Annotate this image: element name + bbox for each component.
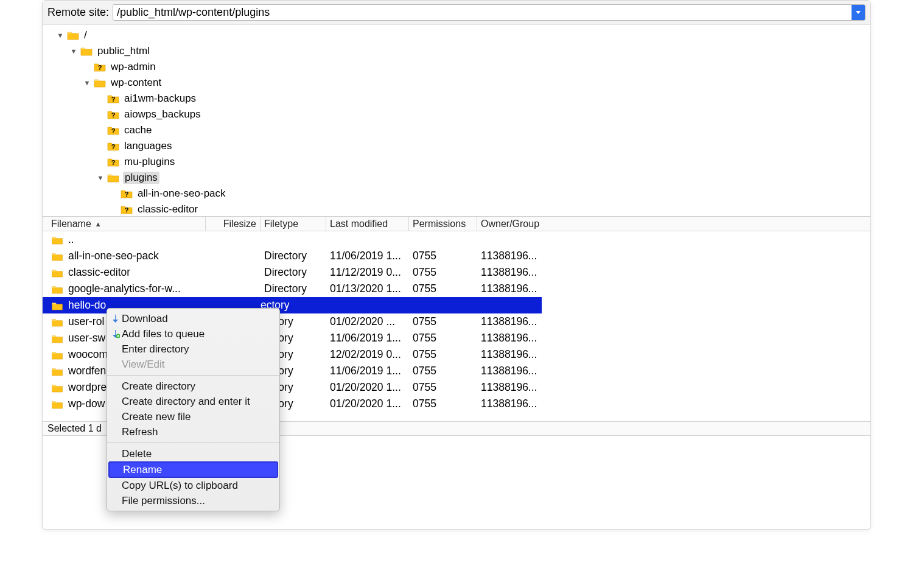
tree-item-label: wp-content	[110, 77, 163, 89]
tree-item-wp-admin[interactable]: wp-admin	[43, 59, 870, 75]
context-menu-create-directory-and-enter-it[interactable]: Create directory and enter it	[107, 394, 279, 409]
file-owner: 11388196...	[477, 250, 550, 262]
file-type: Directory	[261, 282, 326, 295]
remote-site-input[interactable]	[113, 5, 852, 20]
tree-item-all-in-one-seo-pack[interactable]: all-in-one-seo-pack	[43, 186, 870, 201]
file-row[interactable]: classic-editorDirectory11/12/2019 0...07…	[43, 264, 870, 281]
file-permissions: 0755	[409, 266, 477, 279]
tree-item-cache[interactable]: cache	[43, 122, 870, 138]
file-permissions: 0755	[409, 348, 477, 361]
file-type: Directory	[261, 266, 326, 279]
tree-item-label: plugins	[123, 172, 159, 184]
tree-item-classic-editor[interactable]: classic-editor	[43, 201, 870, 217]
file-name: wordpre	[67, 381, 108, 394]
file-name: all-in-one-seo-pack	[67, 250, 160, 262]
disclosure-triangle-icon[interactable]: ▼	[56, 32, 65, 39]
tree-item-label: all-in-one-seo-pack	[136, 187, 227, 200]
context-menu-rename[interactable]: Rename	[108, 461, 278, 478]
file-modified: 01/02/2020 ...	[326, 315, 409, 328]
tree-item-aiowps-backups[interactable]: aiowps_backups	[43, 107, 870, 122]
context-menu-delete[interactable]: Delete	[107, 446, 279, 461]
tree-item-wp-content[interactable]: ▼wp-content	[43, 75, 870, 91]
file-name: google-analytics-for-w...	[67, 282, 182, 295]
context-menu-create-new-file[interactable]: Create new file	[107, 409, 279, 424]
folder-icon	[51, 383, 63, 392]
tree-item-label: public_html	[96, 45, 151, 57]
directory-tree[interactable]: ▼/▼public_htmlwp-admin▼wp-contentai1wm-b…	[43, 25, 870, 217]
file-modified: 11/12/2019 0...	[326, 266, 409, 279]
context-menu-download[interactable]: Download	[107, 311, 279, 326]
context-menu-item-label: Rename	[123, 464, 162, 476]
disclosure-triangle-icon[interactable]: ▼	[69, 47, 78, 55]
folder-unknown-icon	[107, 125, 119, 135]
tree-item-label: classic-editor	[136, 203, 199, 215]
context-menu-refresh[interactable]: Refresh	[107, 424, 279, 439]
col-filesize[interactable]: Filesize	[206, 217, 261, 231]
file-name: wp-dow	[67, 397, 106, 410]
folder-icon	[51, 284, 63, 293]
file-modified: 01/20/2020 1...	[326, 381, 409, 394]
tree-item-mu-plugins[interactable]: mu-plugins	[43, 154, 870, 170]
file-permissions: 0755	[409, 282, 477, 295]
folder-unknown-icon	[107, 157, 119, 167]
file-owner: 11388196...	[477, 381, 550, 394]
context-menu-separator	[107, 443, 279, 443]
folder-icon	[51, 251, 63, 261]
tree-item-plugins[interactable]: ▼plugins	[43, 170, 870, 186]
file-owner: 11388196...	[477, 365, 550, 377]
tree-item-label: languages	[123, 140, 173, 152]
context-menu-view-edit: View/Edit	[107, 357, 279, 372]
col-filename[interactable]: Filename▲	[47, 217, 206, 231]
context-menu-item-label: Add files to queue	[122, 328, 205, 340]
file-name: hello-do	[67, 299, 107, 312]
tree-item-languages[interactable]: languages	[43, 138, 870, 154]
file-name: ..	[67, 233, 75, 246]
tree-item-label: cache	[123, 124, 153, 136]
column-headers[interactable]: Filename▲ Filesize Filetype Last modifie…	[43, 217, 870, 231]
file-modified: 11/06/2019 1...	[326, 365, 409, 377]
col-owner-group[interactable]: Owner/Group	[477, 217, 550, 231]
col-last-modified[interactable]: Last modified	[326, 217, 409, 231]
tree-item-label: aiowps_backups	[123, 108, 202, 121]
col-filetype[interactable]: Filetype	[261, 217, 326, 231]
remote-site-bar: Remote site:	[43, 1, 870, 25]
remote-site-input-wrap	[113, 4, 866, 21]
context-menu-add-files-to-queue[interactable]: Add files to queue	[107, 326, 279, 341]
context-menu-create-directory[interactable]: Create directory	[107, 379, 279, 394]
folder-icon	[107, 173, 119, 183]
remote-site-label: Remote site:	[47, 6, 109, 19]
tree-item-ai1wm-backups[interactable]: ai1wm-backups	[43, 91, 870, 107]
file-row[interactable]: ..	[43, 231, 870, 248]
folder-icon	[94, 78, 106, 88]
tree-item--[interactable]: ▼/	[43, 27, 870, 43]
file-row[interactable]: google-analytics-for-w...Directory01/13/…	[43, 281, 870, 297]
folder-unknown-icon	[121, 205, 133, 214]
remote-site-dropdown-button[interactable]	[852, 5, 865, 20]
file-type: Directory	[261, 250, 326, 262]
file-modified: 12/02/2019 0...	[326, 348, 409, 361]
folder-icon	[51, 334, 63, 343]
file-permissions: 0755	[409, 365, 477, 377]
file-owner: 11388196...	[477, 348, 550, 361]
file-row[interactable]: all-in-one-seo-packDirectory11/06/2019 1…	[43, 248, 870, 264]
folder-icon	[51, 301, 63, 310]
folder-icon	[51, 350, 63, 359]
disclosure-triangle-icon[interactable]: ▼	[96, 174, 105, 181]
col-permissions[interactable]: Permissions	[409, 217, 477, 231]
file-permissions: 0755	[409, 397, 477, 410]
file-permissions: 0755	[409, 381, 477, 394]
tree-item-public-html[interactable]: ▼public_html	[43, 43, 870, 59]
folder-unknown-icon	[107, 94, 119, 103]
disclosure-triangle-icon[interactable]: ▼	[83, 79, 91, 86]
folder-unknown-icon	[121, 189, 133, 198]
context-menu-file-permissions[interactable]: File permissions...	[107, 493, 279, 508]
context-menu-item-label: Copy URL(s) to clipboard	[122, 480, 238, 492]
file-name: user-sw	[67, 332, 107, 345]
tree-item-label: wp-admin	[110, 61, 157, 73]
context-menu-item-label: Delete	[122, 448, 152, 460]
file-modified: 11/06/2019 1...	[326, 332, 409, 345]
context-menu-enter-directory[interactable]: Enter directory	[107, 341, 279, 357]
sort-asc-icon: ▲	[95, 220, 102, 228]
file-owner: 11388196...	[477, 397, 550, 410]
context-menu-copy-url-s-to-clipboard[interactable]: Copy URL(s) to clipboard	[107, 478, 279, 493]
